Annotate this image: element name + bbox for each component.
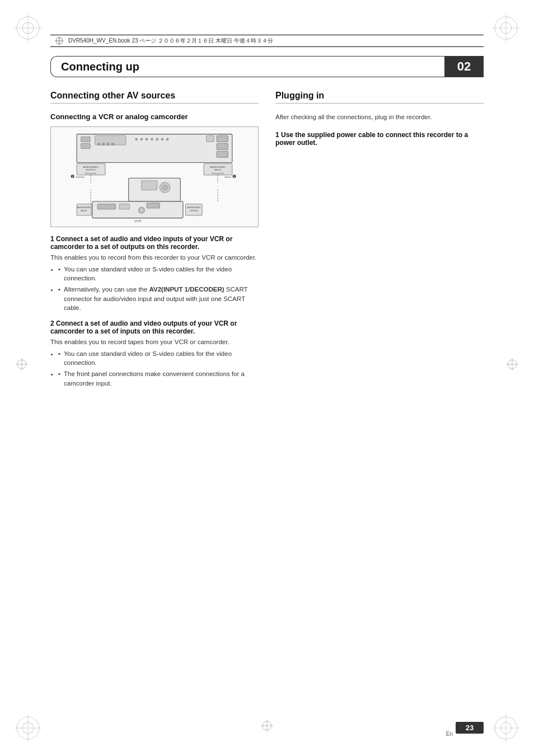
svg-text:(Front panel): (Front panel) [212, 172, 223, 175]
left-section-heading: Connecting other AV sources [50, 91, 259, 104]
svg-rect-30 [102, 143, 105, 145]
corner-mark-tr [489, 11, 523, 45]
svg-rect-66 [147, 203, 160, 208]
corner-mark-tl [11, 11, 45, 45]
step1-bold: 1 Connect a set of audio and video input… [50, 235, 259, 251]
chapter-number: 02 [457, 59, 471, 74]
page-number-box: 23 [456, 722, 484, 734]
svg-point-36 [151, 138, 153, 141]
svg-text:(Rear panel): (Rear panel) [85, 172, 97, 175]
bullet-1b-prefix: Alternatively, you can use the [64, 286, 149, 293]
meta-file-info: DVR540H_WV_EN.book 23 ページ ２００６年２月１６日 木曜日… [68, 37, 273, 45]
corner-mark-bl [11, 711, 45, 745]
svg-rect-31 [107, 143, 110, 145]
bullet-2a: You can use standard video or S-video ca… [58, 349, 259, 368]
chapter-header: Connecting up 02 [50, 56, 484, 77]
svg-point-37 [156, 138, 158, 141]
svg-rect-26 [81, 137, 91, 142]
svg-point-34 [140, 138, 143, 141]
step2-bold: 2 Connect a set of audio and video outpu… [50, 320, 259, 335]
step2-text: This enables you to record tapes from yo… [50, 337, 259, 347]
right-section-heading: Plugging in [275, 91, 484, 104]
step1-bullets: You can use standard video or S-video ca… [58, 265, 259, 313]
svg-rect-41 [217, 135, 228, 142]
subsection-heading: Connecting a VCR or analog camcorder [50, 112, 259, 121]
bottom-center-mark [261, 720, 273, 734]
svg-text:OUTPUT: OUTPUT [190, 210, 199, 212]
svg-text:INPUT: INPUT [81, 210, 88, 212]
svg-point-59 [162, 185, 167, 190]
right-column: Plugging in After checking all the conne… [275, 83, 484, 706]
svg-point-33 [135, 138, 138, 141]
svg-rect-40 [207, 135, 214, 142]
svg-text:AUDIO/VIDEO: AUDIO/VIDEO [187, 206, 200, 209]
svg-text:INPUT: INPUT [214, 168, 222, 171]
two-column-layout: Connecting other AV sources Connecting a… [50, 83, 484, 706]
bullet-1b: Alternatively, you can use the AV2(INPUT… [58, 285, 259, 313]
svg-text:VCR: VCR [134, 219, 142, 222]
left-column: Connecting other AV sources Connecting a… [50, 83, 259, 706]
svg-rect-57 [142, 181, 157, 190]
svg-rect-27 [81, 143, 91, 148]
content-area: Connecting other AV sources Connecting a… [50, 83, 484, 706]
meta-crosshair-icon [55, 36, 64, 45]
connection-diagram: AUDIO/VIDEO OUTPUT (Rear panel) AUDIO/VI… [55, 132, 254, 222]
svg-point-39 [166, 138, 169, 141]
chapter-number-box: 02 [444, 56, 484, 77]
bullet-1b-bold: AV2(INPUT 1/DECODER) [149, 286, 224, 293]
svg-rect-63 [119, 204, 130, 209]
svg-rect-62 [97, 204, 115, 209]
meta-bar: DVR540H_WV_EN.book 23 ページ ２００６年２月１６日 木曜日… [50, 35, 484, 47]
svg-point-35 [146, 138, 148, 141]
side-mark-right [506, 358, 518, 370]
bullet-1a: You can use standard video or S-video ca… [58, 265, 259, 283]
svg-text:AUDIO/VIDEO: AUDIO/VIDEO [210, 166, 226, 168]
corner-mark-br [489, 711, 523, 745]
chapter-title: Connecting up [61, 60, 139, 73]
svg-point-65 [140, 209, 143, 212]
svg-text:AUDIO/VIDEO: AUDIO/VIDEO [77, 206, 91, 209]
bullet-2b: The front panel connections make conveni… [58, 369, 259, 388]
step1-text: This enables you to record from this rec… [50, 253, 259, 262]
svg-rect-43 [217, 151, 228, 157]
svg-rect-42 [217, 143, 228, 149]
page-lang: En [446, 731, 453, 737]
diagram-box: AUDIO/VIDEO OUTPUT (Rear panel) AUDIO/VI… [50, 126, 259, 227]
svg-rect-32 [111, 143, 114, 145]
svg-text:OUTPUT: OUTPUT [86, 168, 96, 171]
svg-text:❶: ❶ [71, 173, 74, 179]
side-mark-left [16, 358, 28, 370]
page-number: 23 [466, 724, 474, 732]
right-intro-text: After checking all the connections, plug… [275, 112, 484, 122]
right-step1-bold: 1 Use the supplied power cable to connec… [275, 131, 484, 147]
step2-bullets: You can use standard video or S-video ca… [58, 349, 259, 388]
svg-text:❷: ❷ [232, 173, 236, 179]
chapter-title-box: Connecting up [50, 56, 444, 77]
svg-text:AUDIO/VIDEO: AUDIO/VIDEO [83, 166, 99, 168]
svg-point-38 [161, 138, 164, 141]
svg-rect-29 [97, 143, 100, 145]
